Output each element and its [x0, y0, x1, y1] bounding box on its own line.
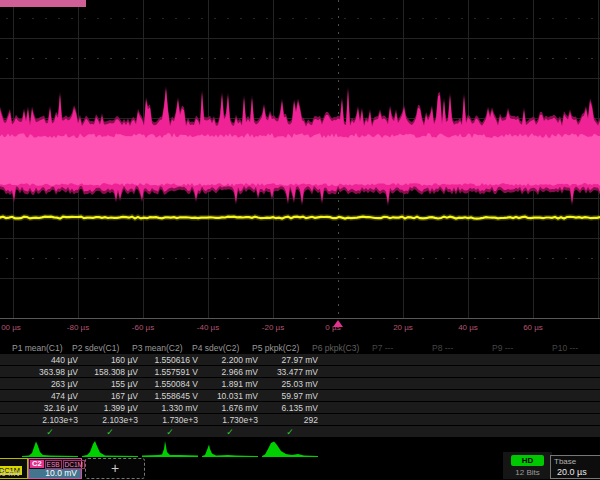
- measure-max-row: 474 µV167 µV1.558645 V10.031 mV59.97 mV: [0, 390, 600, 401]
- param-status-p1: ✓: [20, 427, 80, 437]
- param-header-p9[interactable]: P9 ---: [500, 343, 560, 353]
- time-tick-label: -40 µs: [197, 323, 219, 332]
- param-value-p1: 440 µV: [20, 355, 80, 365]
- param-value-p3: 1.550616 V: [140, 355, 200, 365]
- param-sdev-p3: 1.330 mV: [140, 403, 200, 413]
- measure-min-row: 263 µV155 µV1.550084 V1.891 mV25.03 mV: [0, 378, 600, 389]
- param-value-p4: 2.200 mV: [200, 355, 260, 365]
- timebase-label: Tbase: [551, 456, 600, 467]
- add-trace-button[interactable]: +: [85, 458, 145, 479]
- measure-sdev-row: 32.16 µV1.399 µV1.330 mV1.676 mV6.135 mV: [0, 402, 600, 413]
- param-header-p10[interactable]: P10 ---: [560, 343, 600, 353]
- param-status-p3: ✓: [140, 427, 200, 437]
- param-header-p4[interactable]: P4 sdev(C2): [200, 343, 260, 353]
- timebase-scale-value: 20.0 µs: [551, 467, 600, 478]
- param-header-p1[interactable]: P1 mean(C1): [20, 343, 80, 353]
- param-max-p5: 59.97 mV: [260, 391, 320, 401]
- param-sdev-p4: 1.676 mV: [200, 403, 260, 413]
- param-max-p4: 10.031 mV: [200, 391, 260, 401]
- param-num-p1: 2.103e+3: [20, 415, 80, 425]
- param-status-p5: ✓: [260, 427, 320, 437]
- param-mean-p4: 2.966 mV: [200, 367, 260, 377]
- time-tick-label: -60 µs: [132, 323, 154, 332]
- measure-header-row: P1 mean(C1)P2 sdev(C1)P3 mean(C2)P4 sdev…: [0, 342, 600, 353]
- param-mean-p2: 158.308 µV: [80, 367, 140, 377]
- hd-bits-label: 12 Bits: [505, 468, 550, 477]
- param-header-p5[interactable]: P5 pkpk(C2): [260, 343, 320, 353]
- param-num-p5: 292: [260, 415, 320, 425]
- c2-scale-value: 10.0 mV: [29, 469, 81, 478]
- param-header-p2[interactable]: P2 sdev(C1): [80, 343, 140, 353]
- time-tick-label: 00 µs: [1, 323, 21, 332]
- param-sdev-p2: 1.399 µV: [80, 403, 140, 413]
- param-max-p2: 167 µV: [80, 391, 140, 401]
- param-mean-p1: 363.98 µV: [20, 367, 80, 377]
- param-header-p8[interactable]: P8 ---: [440, 343, 500, 353]
- param-min-p2: 155 µV: [80, 379, 140, 389]
- histicon-p4: [202, 440, 258, 458]
- histicon-p2: [82, 440, 138, 458]
- param-min-p1: 263 µV: [20, 379, 80, 389]
- param-max-p3: 1.558645 V: [140, 391, 200, 401]
- hd-mode-badge: HD: [511, 455, 544, 466]
- param-sdev-p1: 32.16 µV: [20, 403, 80, 413]
- c1-scale-value: 10.0 mV: [0, 469, 27, 478]
- param-num-p3: 1.730e+3: [140, 415, 200, 425]
- time-axis: 00 µs -80 µs -60 µs -40 µs -20 µs 0 µs 2…: [0, 318, 600, 335]
- channel-c1-descriptor[interactable]: DC1M 10.0 mV: [0, 458, 28, 479]
- waveform-display[interactable]: [0, 0, 600, 318]
- oscilloscope-screen: 00 µs -80 µs -60 µs -40 µs -20 µs 0 µs 2…: [0, 0, 600, 480]
- channel-c2-descriptor[interactable]: C2 ESB DC1M 10.0 mV: [28, 458, 82, 479]
- param-value-p5: 27.97 mV: [260, 355, 320, 365]
- measure-mean-row: 363.98 µV158.308 µV1.557591 V2.966 mV33.…: [0, 366, 600, 377]
- time-tick-label: -80 µs: [67, 323, 89, 332]
- measure-status-row: ✓✓✓✓✓: [0, 426, 600, 437]
- param-header-p7[interactable]: P7 ---: [380, 343, 440, 353]
- time-tick-label: -20 µs: [262, 323, 284, 332]
- time-tick-label: 40 µs: [458, 323, 478, 332]
- param-min-p4: 1.891 mV: [200, 379, 260, 389]
- trigger-time-marker[interactable]: [333, 320, 343, 327]
- histicon-p5: [262, 440, 318, 458]
- measure-value-row: 440 µV160 µV1.550616 V2.200 mV27.97 mV: [0, 354, 600, 365]
- param-mean-p3: 1.557591 V: [140, 367, 200, 377]
- param-max-p1: 474 µV: [20, 391, 80, 401]
- param-header-p3[interactable]: P3 mean(C2): [140, 343, 200, 353]
- param-min-p5: 25.03 mV: [260, 379, 320, 389]
- param-num-p4: 1.730e+3: [200, 415, 260, 425]
- time-tick-label: 20 µs: [393, 323, 413, 332]
- time-tick-label: 60 µs: [523, 323, 543, 332]
- param-min-p3: 1.550084 V: [140, 379, 200, 389]
- measure-num-row: 2.103e+32.103e+31.730e+31.730e+3292: [0, 414, 600, 425]
- c2-label-badge: C2: [30, 460, 44, 468]
- top-status-label: [0, 0, 86, 7]
- timebase-descriptor[interactable]: Tbase 20.0 µs: [550, 455, 600, 479]
- param-header-p6[interactable]: P6 pkpk(C3): [320, 343, 380, 353]
- param-status-p2: ✓: [80, 427, 140, 437]
- param-value-p2: 160 µV: [80, 355, 140, 365]
- histicon-p1: [22, 440, 78, 458]
- histicon-p3: [142, 440, 198, 458]
- param-num-p2: 2.103e+3: [80, 415, 140, 425]
- param-status-p4: ✓: [200, 427, 260, 437]
- param-mean-p5: 33.477 mV: [260, 367, 320, 377]
- param-sdev-p5: 6.135 mV: [260, 403, 320, 413]
